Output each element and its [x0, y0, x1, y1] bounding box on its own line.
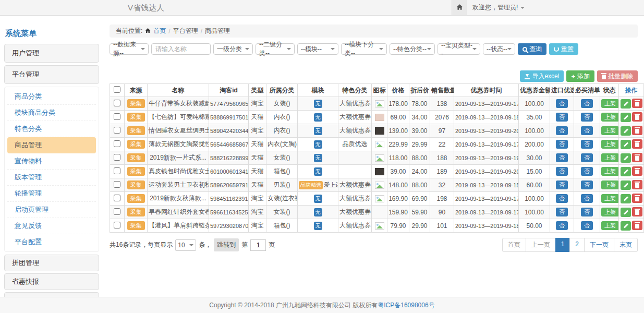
pager-last[interactable]: 末页: [614, 238, 638, 252]
add-button[interactable]: + 添加: [566, 70, 594, 82]
search-button[interactable]: 查询: [518, 43, 546, 55]
data-source-select[interactable]: --数据来源--: [110, 43, 149, 55]
select-all-checkbox[interactable]: [114, 86, 120, 93]
status-badge[interactable]: 上架: [601, 140, 619, 149]
status-badge[interactable]: 上架: [601, 99, 619, 108]
sidebar-item[interactable]: 意见反馈: [7, 218, 96, 234]
edit-button[interactable]: [621, 113, 631, 122]
sidebar-group[interactable]: 平台管理: [4, 65, 99, 84]
status-badge[interactable]: 上架: [601, 113, 619, 122]
category-l1-select[interactable]: 一级分类: [213, 43, 253, 55]
delete-button[interactable]: [632, 194, 642, 203]
item-type-select[interactable]: --宝贝类型--: [438, 43, 480, 55]
status-badge[interactable]: 上架: [601, 180, 619, 189]
status-badge[interactable]: 上架: [601, 221, 619, 230]
row-checkbox[interactable]: [114, 181, 120, 188]
edit-button[interactable]: [621, 208, 631, 217]
import-select-badge[interactable]: 否: [556, 153, 568, 162]
import-select-badge[interactable]: 否: [556, 194, 568, 203]
sidebar-item[interactable]: 商品管理: [7, 137, 96, 153]
sidebar-group[interactable]: 拼团管理: [4, 255, 99, 271]
import-select-badge[interactable]: 否: [556, 113, 568, 122]
pager-page-2[interactable]: 2: [569, 238, 585, 252]
delete-button[interactable]: [632, 153, 642, 162]
import-select-badge[interactable]: 否: [556, 99, 568, 108]
breadcrumb-home-link[interactable]: 首页: [153, 27, 166, 35]
edit-button[interactable]: [621, 153, 631, 163]
must-buy-badge[interactable]: 否: [581, 167, 593, 176]
import-select-badge[interactable]: 否: [556, 140, 568, 149]
must-buy-badge[interactable]: 否: [581, 140, 593, 149]
jump-page-input[interactable]: [250, 239, 266, 251]
jump-button[interactable]: 跳转到: [214, 238, 239, 251]
row-checkbox[interactable]: [114, 222, 120, 228]
home-button[interactable]: [452, 0, 467, 15]
sidebar-item[interactable]: 启动页管理: [7, 202, 96, 218]
import-select-badge[interactable]: 否: [556, 126, 568, 135]
sidebar-group[interactable]: 用户管理: [4, 44, 99, 63]
must-buy-badge[interactable]: 否: [581, 208, 593, 216]
edit-button[interactable]: [621, 221, 631, 231]
must-buy-badge[interactable]: 否: [581, 126, 593, 135]
row-checkbox[interactable]: [114, 154, 120, 161]
status-select[interactable]: --状态--: [483, 43, 515, 55]
sidebar-item[interactable]: 模块商品分类: [7, 105, 96, 121]
sidebar-group[interactable]: 省惠快报: [4, 273, 99, 290]
row-checkbox[interactable]: [114, 208, 120, 215]
sidebar-item[interactable]: 平台配置: [7, 234, 96, 250]
pager-first[interactable]: 首页: [502, 238, 526, 252]
pager-prev[interactable]: 上一页: [526, 238, 556, 252]
row-checkbox[interactable]: [114, 167, 120, 174]
delete-button[interactable]: [632, 180, 642, 189]
edit-button[interactable]: [621, 140, 631, 149]
category-l2-select[interactable]: --二级分类--: [256, 43, 295, 55]
status-badge[interactable]: 上架: [601, 208, 619, 216]
pager-page-1[interactable]: 1: [555, 238, 570, 252]
status-badge[interactable]: 上架: [601, 153, 619, 162]
user-menu[interactable]: 欢迎您，管理员!: [472, 0, 525, 15]
row-checkbox[interactable]: [114, 113, 120, 120]
module-select[interactable]: --模块--: [297, 43, 338, 55]
import-select-badge[interactable]: 否: [556, 167, 568, 176]
per-page-select[interactable]: 10: [175, 239, 196, 251]
row-checkbox[interactable]: [114, 100, 120, 106]
batch-delete-button[interactable]: 批量删除: [597, 70, 638, 82]
icp-link[interactable]: 粤ICP备16098006号: [378, 302, 434, 309]
row-checkbox[interactable]: [114, 140, 120, 147]
status-badge[interactable]: 上架: [601, 126, 619, 135]
must-buy-badge[interactable]: 否: [581, 194, 593, 203]
delete-button[interactable]: [632, 126, 642, 135]
sidebar-item[interactable]: 商品分类: [7, 89, 96, 105]
must-buy-badge[interactable]: 否: [581, 153, 593, 162]
delete-button[interactable]: [632, 207, 642, 216]
feature-select[interactable]: --特色分类--: [390, 43, 435, 55]
must-buy-badge[interactable]: 否: [581, 221, 593, 230]
edit-button[interactable]: [621, 194, 631, 203]
must-buy-badge[interactable]: 否: [581, 113, 593, 122]
module-sub-select[interactable]: --模块下分类--: [341, 43, 387, 55]
edit-button[interactable]: [621, 126, 631, 136]
sidebar-item[interactable]: 轮播管理: [7, 186, 96, 202]
sidebar-item[interactable]: 宣传物料: [7, 153, 96, 170]
row-checkbox[interactable]: [114, 127, 120, 134]
reset-button[interactable]: 重置: [549, 43, 578, 55]
import-select-badge[interactable]: 否: [556, 221, 568, 230]
delete-button[interactable]: [632, 221, 642, 230]
status-badge[interactable]: 上架: [601, 194, 619, 203]
pager-next[interactable]: 下一页: [584, 238, 614, 252]
delete-button[interactable]: [632, 99, 642, 108]
must-buy-badge[interactable]: 否: [581, 99, 593, 108]
sidebar-item[interactable]: 特色分类: [7, 121, 96, 137]
status-badge[interactable]: 上架: [601, 167, 619, 176]
import-excel-button[interactable]: 导入excel: [520, 70, 564, 82]
must-buy-badge[interactable]: 否: [581, 180, 593, 189]
import-select-badge[interactable]: 否: [556, 180, 568, 189]
name-search-input[interactable]: [151, 43, 211, 55]
edit-button[interactable]: [621, 167, 631, 176]
delete-button[interactable]: [632, 166, 642, 176]
delete-button[interactable]: [632, 112, 642, 122]
import-select-badge[interactable]: 否: [556, 208, 568, 216]
edit-button[interactable]: [621, 99, 631, 109]
sidebar-item[interactable]: 版本管理: [7, 170, 96, 186]
delete-button[interactable]: [632, 139, 642, 149]
